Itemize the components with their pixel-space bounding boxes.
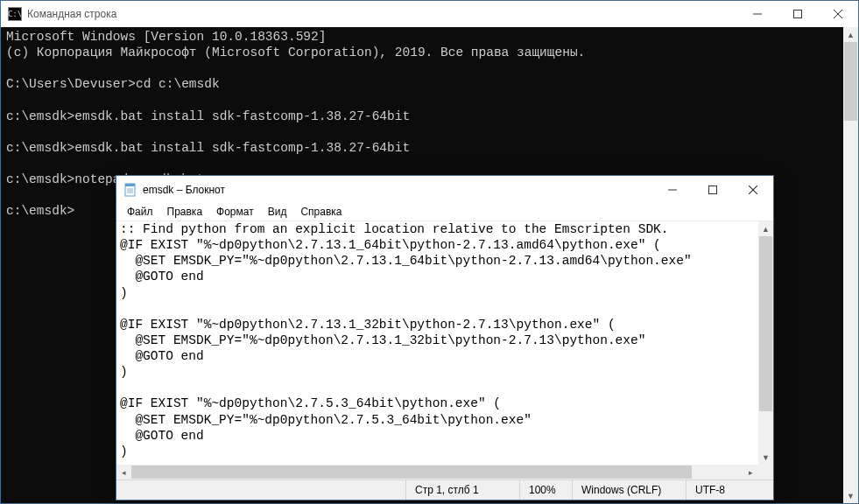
notepad-vertical-scrollbar[interactable]: ▲ ▼ bbox=[758, 221, 773, 465]
cmd-vertical-scrollbar[interactable]: ▲ ▼ bbox=[843, 27, 858, 503]
scroll-up-button[interactable]: ▲ bbox=[758, 221, 773, 236]
close-button[interactable] bbox=[818, 1, 858, 27]
minimize-icon bbox=[753, 10, 762, 18]
minimize-icon bbox=[668, 186, 677, 194]
maximize-icon bbox=[793, 10, 802, 18]
cmd-title: Командная строка bbox=[27, 8, 116, 20]
status-zoom: 100% bbox=[519, 480, 572, 500]
scroll-thumb[interactable] bbox=[759, 236, 772, 411]
close-icon bbox=[749, 186, 757, 194]
scroll-right-button[interactable]: ▸ bbox=[743, 465, 758, 480]
minimize-button[interactable] bbox=[737, 1, 778, 27]
scroll-corner bbox=[758, 465, 773, 480]
scroll-track[interactable] bbox=[758, 236, 773, 450]
status-spacer bbox=[116, 480, 405, 500]
svg-rect-1 bbox=[794, 10, 802, 18]
notepad-title: emsdk – Блокнот bbox=[143, 184, 225, 196]
notepad-statusbar: Стр 1, стлб 1 100% Windows (CRLF) UTF-8 bbox=[116, 480, 773, 500]
scroll-track[interactable] bbox=[843, 42, 858, 488]
svg-rect-10 bbox=[709, 186, 717, 193]
maximize-icon bbox=[708, 186, 717, 194]
maximize-button[interactable] bbox=[778, 1, 818, 27]
notepad-text-area[interactable]: :: Find python from an explicit location… bbox=[116, 221, 758, 465]
menu-view[interactable]: Вид bbox=[261, 204, 294, 220]
scroll-thumb[interactable] bbox=[131, 466, 692, 479]
scroll-track[interactable] bbox=[131, 465, 743, 480]
scroll-left-button[interactable]: ◂ bbox=[116, 465, 131, 480]
menu-file[interactable]: Файл bbox=[120, 204, 160, 220]
scroll-down-button[interactable]: ▼ bbox=[758, 450, 773, 465]
menu-help[interactable]: Справка bbox=[293, 204, 349, 220]
cmd-icon: C:\ bbox=[8, 7, 22, 21]
svg-rect-5 bbox=[125, 184, 135, 186]
scroll-down-button[interactable]: ▼ bbox=[843, 488, 858, 503]
scroll-up-button[interactable]: ▲ bbox=[843, 27, 858, 42]
scroll-thumb[interactable] bbox=[844, 42, 857, 121]
notepad-close-button[interactable] bbox=[733, 177, 773, 203]
notepad-window: emsdk – Блокнот Файл Правка Формат Вид С… bbox=[116, 175, 774, 500]
notepad-menubar: Файл Правка Формат Вид Справка bbox=[116, 203, 773, 220]
notepad-titlebar[interactable]: emsdk – Блокнот bbox=[116, 176, 773, 203]
status-encoding: UTF-8 bbox=[686, 480, 773, 500]
notepad-maximize-button[interactable] bbox=[693, 177, 733, 203]
cmd-titlebar[interactable]: C:\ Командная строка bbox=[1, 1, 858, 27]
status-position: Стр 1, стлб 1 bbox=[405, 480, 519, 500]
notepad-icon bbox=[123, 183, 137, 197]
menu-format[interactable]: Формат bbox=[209, 204, 261, 220]
menu-edit[interactable]: Правка bbox=[160, 204, 210, 220]
notepad-minimize-button[interactable] bbox=[652, 177, 693, 203]
close-icon bbox=[834, 10, 842, 18]
notepad-horizontal-scrollbar[interactable]: ◂ ▸ bbox=[116, 465, 758, 480]
status-line-ending: Windows (CRLF) bbox=[572, 480, 686, 500]
